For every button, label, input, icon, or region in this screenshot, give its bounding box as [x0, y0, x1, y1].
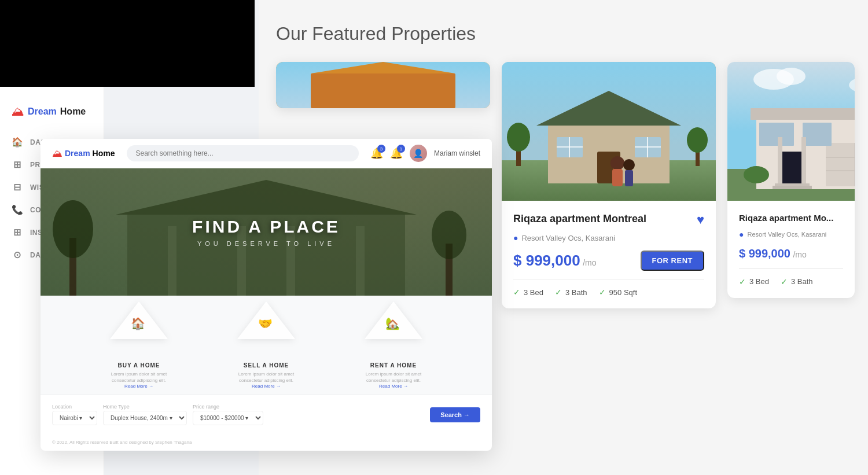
card1-header-row: Riqaza apartment Montreal ♥ — [513, 212, 704, 227]
service-rent: 🏡 RENT A HOME Lorem ipsum dolor sit amet… — [359, 296, 428, 395]
price-field: Price range $10000 - $20000 ▾ — [193, 404, 263, 425]
card2-image — [727, 62, 855, 201]
card2-bed-check: ✓ — [739, 277, 746, 286]
card2-price: $ 999,000 — [739, 247, 790, 260]
svg-point-38 — [744, 166, 769, 183]
first-card-partial — [276, 62, 490, 108]
buy-icon: 🏠 — [131, 316, 145, 330]
app-brand-home: Home — [93, 149, 115, 158]
service-buy: 🏠 BUY A HOME Lorem ipsum dolor sit amet … — [104, 296, 174, 395]
card1-location: Resort Valley Ocs, Kasarani — [521, 234, 615, 242]
card2-bath-label: 3 Bath — [791, 277, 813, 286]
sell-read-more[interactable]: Read More → — [252, 384, 281, 389]
services-section: 🏠 BUY A HOME Lorem ipsum dolor sit amet … — [41, 296, 492, 395]
svg-rect-27 — [826, 143, 855, 186]
section-title: Our Featured Properties — [276, 23, 851, 45]
card1-feature-bed: ✓ 3 Bed — [513, 288, 543, 297]
card1-heart-icon[interactable]: ♥ — [697, 212, 704, 227]
rent-read-more[interactable]: Read More → — [379, 384, 408, 389]
alert-badge: 1 — [397, 145, 405, 153]
svg-point-21 — [623, 159, 635, 171]
home-type-select[interactable]: Duplex House, 2400m ▾ — [103, 411, 187, 425]
card2-location-pin: ● — [739, 230, 744, 239]
property-card-2: Riqaza apartment Mo... ● Resort Valley O… — [727, 62, 855, 298]
card2-price-row: $ 999,000 /mo — [739, 247, 843, 260]
svg-rect-49 — [286, 226, 295, 296]
brand-icon: ⛰ — [12, 104, 24, 119]
app-hero: FIND A PLACE YOU DESERVE TO LIVE — [41, 168, 492, 296]
notification-bell-btn[interactable]: 🔔 3 — [370, 147, 383, 160]
app-brand: ⛰ Dream Home — [52, 148, 115, 160]
user-name: Mariam winslet — [434, 149, 480, 157]
footer-text: © 2022, All Rights reserved Built and de… — [52, 440, 192, 445]
card2-body: Riqaza apartment Mo... ● Resort Valley O… — [727, 201, 855, 298]
app-search-input[interactable] — [127, 145, 359, 161]
card1-bed-label: 3 Bed — [524, 288, 543, 297]
darkmode-icon: ⊙ — [12, 249, 23, 260]
card1-price-container: $ 999,000 /mo — [513, 252, 596, 270]
app-brand-dream: Dream — [65, 149, 90, 158]
insights-icon: ⊞ — [12, 227, 23, 238]
card2-bath-check: ✓ — [781, 277, 788, 286]
svg-point-52 — [53, 200, 93, 258]
sell-triangle: 🤝 — [237, 301, 295, 339]
card1-name: Riqaza apartment Montreal — [513, 212, 691, 226]
card1-rent-badge[interactable]: FOR RENT — [641, 251, 704, 271]
search-button[interactable]: Search → — [430, 407, 480, 422]
svg-rect-37 — [773, 186, 812, 189]
card1-location-row: ● Resort Valley Ocs, Kasarani — [513, 233, 704, 242]
svg-rect-20 — [612, 169, 623, 186]
rent-triangle: 🏡 — [365, 301, 422, 339]
card1-price-unit: /mo — [583, 258, 596, 267]
property-card-1: Riqaza apartment Montreal ♥ ● Resort Val… — [502, 62, 716, 308]
card1-bed-check: ✓ — [513, 288, 520, 297]
buy-label: BUY A HOME — [118, 362, 160, 369]
card2-price-container: $ 999,000 /mo — [739, 247, 807, 260]
first-card-top-image — [276, 62, 490, 108]
svg-rect-35 — [801, 137, 806, 186]
location-select[interactable]: Nairobi ▾ — [52, 411, 97, 425]
black-area — [0, 0, 255, 87]
buy-triangle: 🏠 — [110, 301, 168, 339]
price-select[interactable]: $10000 - $20000 ▾ — [193, 411, 263, 425]
card2-name: Riqaza apartment Mo... — [739, 212, 843, 224]
card2-location-row: ● Resort Valley Ocs, Kasarani — [739, 230, 843, 239]
app-window: ⛰ Dream Home 🔔 3 🔔 1 👤 Mariam winslet — [41, 139, 492, 451]
home-type-field: Home Type Duplex House, 2400m ▾ — [103, 404, 187, 425]
card1-price-row: $ 999,000 /mo FOR RENT — [513, 251, 704, 271]
location-field: Location Nairobi ▾ — [52, 404, 97, 425]
dashboard-icon: 🏠 — [12, 137, 23, 148]
card1-bath-label: 3 Bath — [565, 288, 587, 297]
alert-btn[interactable]: 🔔 1 — [390, 147, 403, 160]
card1-divider — [513, 279, 704, 279]
card1-bath-check: ✓ — [555, 288, 562, 297]
app-topbar: ⛰ Dream Home 🔔 3 🔔 1 👤 Mariam winslet — [41, 139, 492, 168]
card2-image-svg — [727, 62, 855, 201]
sell-icon: 🤝 — [258, 316, 273, 330]
rent-desc: Lorem ipsum dolor sit amet consectetur a… — [365, 371, 422, 384]
svg-rect-34 — [778, 137, 782, 186]
rent-icon: 🏡 — [385, 316, 400, 330]
card2-feature-bath: ✓ 3 Bath — [781, 277, 813, 286]
card1-features-row: ✓ 3 Bed ✓ 3 Bath ✓ 950 Sqft — [513, 288, 704, 297]
buy-read-more[interactable]: Read More → — [124, 384, 153, 389]
brand-logo: ⛰ Dream Home — [0, 98, 104, 131]
card1-location-pin: ● — [513, 233, 518, 242]
card1-sqft-check: ✓ — [599, 288, 606, 297]
svg-point-16 — [507, 123, 530, 152]
contact-icon: 📞 — [12, 204, 23, 215]
card2-features-row: ✓ 3 Bed ✓ 3 Bath — [739, 277, 843, 286]
search-row: Location Nairobi ▾ Home Type Duplex Hous… — [41, 395, 492, 434]
card1-feature-sqft: ✓ 950 Sqft — [599, 288, 637, 297]
location-label: Location — [52, 404, 97, 410]
service-sell: 🤝 SELL A HOME Lorem ipsum dolor sit amet… — [231, 296, 301, 395]
card2-divider — [739, 268, 843, 269]
card1-price: $ 999,000 — [513, 252, 580, 269]
app-brand-icon: ⛰ — [52, 148, 62, 160]
svg-point-19 — [610, 156, 624, 170]
rent-label: RENT A HOME — [370, 362, 417, 369]
properties-icon: ⊞ — [12, 159, 23, 170]
hero-subtitle: YOU DESERVE TO LIVE — [197, 240, 335, 247]
svg-rect-32 — [759, 123, 794, 146]
card1-image-svg — [502, 62, 716, 201]
